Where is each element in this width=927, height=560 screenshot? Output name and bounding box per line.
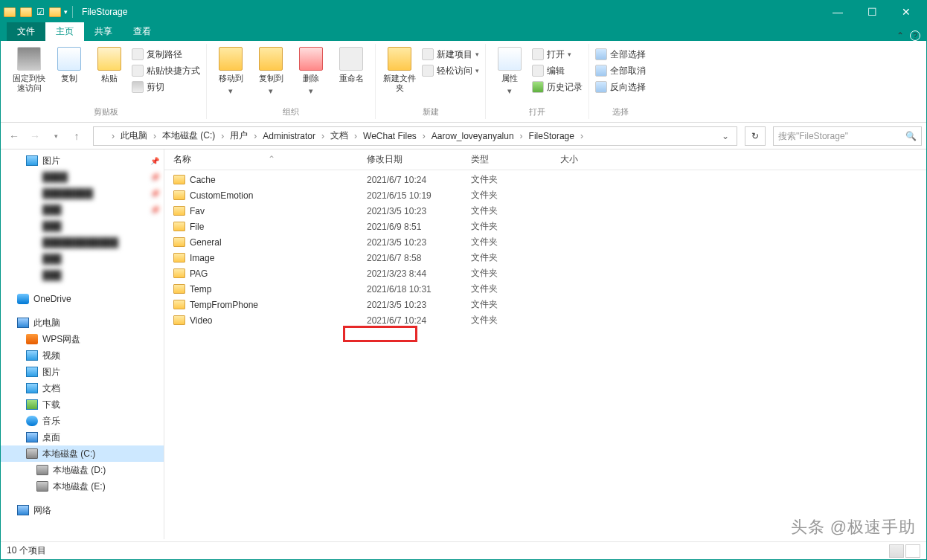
tab-file[interactable]: 文件 <box>7 22 45 41</box>
sidebar-item-hidden[interactable]: ███ <box>1 267 164 283</box>
column-date[interactable]: 修改日期 <box>367 153 471 166</box>
sidebar-item-drive-c[interactable]: 本地磁盘 (C:) <box>1 445 164 462</box>
copy-path-button[interactable]: 复制路径 <box>132 47 200 62</box>
copy-button[interactable]: 复制 <box>51 47 87 83</box>
crumb-wechat[interactable]: WeChat Files <box>360 131 420 141</box>
properties-button[interactable]: 属性▾ <box>492 47 527 96</box>
crumb-drive-c[interactable]: 本地磁盘 (C:) <box>159 129 218 142</box>
history-button[interactable]: 历史记录 <box>532 80 583 94</box>
cut-button[interactable]: 剪切 <box>132 80 200 94</box>
sidebar-item-drive-d[interactable]: 本地磁盘 (D:) <box>1 462 164 478</box>
crumb-docs[interactable]: 文档 <box>327 129 351 142</box>
file-list[interactable]: 名称 ⌃ 修改日期 类型 大小 Cache2021/6/7 10:24文件夹Cu… <box>164 149 926 539</box>
file-row[interactable]: TempFromPhone2021/3/5 10:23文件夹 <box>164 297 926 312</box>
sidebar-item-network[interactable]: 网络 <box>1 502 164 518</box>
recent-dropdown[interactable]: ▾ <box>47 127 65 145</box>
sidebar[interactable]: 图片📌 ████📌 ████████📌 ███📌 ███ ███████████… <box>1 149 164 539</box>
edit-button[interactable]: 编辑 <box>532 63 583 78</box>
drive-icon <box>26 448 38 459</box>
new-item-button[interactable]: 新建项目 ▾ <box>422 47 479 62</box>
navbar: ← → ▾ ↑ › 此电脑› 本地磁盘 (C:)› 用户› Administra… <box>1 123 926 149</box>
sidebar-item-docs[interactable]: 文档 <box>1 380 164 396</box>
ribbon-collapse-icon[interactable]: ⌃ <box>896 30 904 41</box>
search-input[interactable] <box>778 131 905 141</box>
sidebar-item-downloads[interactable]: 下载 <box>1 396 164 413</box>
sidebar-item-desktop[interactable]: 桌面 <box>1 429 164 445</box>
sidebar-item-hidden[interactable]: ███ <box>1 218 164 234</box>
file-row[interactable]: General2021/3/5 10:23文件夹 <box>164 234 926 250</box>
sidebar-item-pictures[interactable]: 图片📌 <box>1 152 164 169</box>
refresh-button[interactable]: ↻ <box>745 126 766 146</box>
column-name[interactable]: 名称 ⌃ <box>173 153 367 166</box>
file-row[interactable]: Image2021/6/7 8:58文件夹 <box>164 250 926 265</box>
column-type[interactable]: 类型 <box>471 153 560 166</box>
window-title: FileStorage <box>82 7 127 17</box>
search-box[interactable]: 🔍 <box>773 126 922 146</box>
qat-check-icon[interactable]: ☑ <box>36 7 45 17</box>
file-row[interactable]: File2021/6/9 8:51文件夹 <box>164 219 926 234</box>
select-none-button[interactable]: 全部取消 <box>595 63 646 78</box>
sidebar-item-wps[interactable]: WPS网盘 <box>1 331 164 347</box>
new-folder-button[interactable]: 新建文件夹 <box>382 47 417 93</box>
view-details-icon[interactable] <box>889 544 904 558</box>
select-all-button[interactable]: 全部选择 <box>595 47 646 62</box>
breadcrumb-dropdown-icon[interactable]: ⌄ <box>717 131 734 141</box>
up-button[interactable]: ↑ <box>68 127 86 145</box>
sidebar-item-hidden[interactable]: ███ <box>1 251 164 267</box>
breadcrumb[interactable]: › 此电脑› 本地磁盘 (C:)› 用户› Administrator› 文档›… <box>93 126 737 146</box>
sidebar-item-onedrive[interactable]: OneDrive <box>1 291 164 307</box>
qat-icon-2[interactable] <box>49 7 61 17</box>
sidebar-item-video[interactable]: 视频 <box>1 347 164 364</box>
search-icon[interactable]: 🔍 <box>905 131 917 141</box>
qat-icon-1[interactable] <box>20 7 32 17</box>
copy-to-button[interactable]: 复制到▾ <box>253 47 289 96</box>
crumb-aarow[interactable]: Aarow_loveyanyalun <box>429 131 517 141</box>
minimize-button[interactable]: — <box>821 1 855 23</box>
sidebar-item-hidden[interactable]: ████████████ <box>1 234 164 251</box>
qat-dropdown-icon[interactable]: ▾ <box>64 8 68 16</box>
crumb-admin[interactable]: Administrator <box>260 131 318 141</box>
file-row[interactable]: CustomEmotion2021/6/15 10:19文件夹 <box>164 187 926 203</box>
onedrive-icon <box>17 294 29 304</box>
forward-button[interactable]: → <box>26 127 44 145</box>
paste-shortcut-button[interactable]: 粘贴快捷方式 <box>132 63 200 78</box>
column-size[interactable]: 大小 <box>560 153 620 166</box>
rename-button[interactable]: 重命名 <box>333 47 369 83</box>
chevron-icon[interactable]: › <box>110 131 116 141</box>
sidebar-item-drive-e[interactable]: 本地磁盘 (E:) <box>1 478 164 495</box>
file-row[interactable]: PAG2021/3/23 8:44文件夹 <box>164 265 926 281</box>
close-button[interactable]: ✕ <box>889 1 923 23</box>
crumb-this-pc[interactable]: 此电脑 <box>118 129 150 142</box>
tab-view[interactable]: 查看 <box>123 22 161 41</box>
file-name: Image <box>190 253 214 263</box>
file-row[interactable]: Video2021/6/7 10:24文件夹 <box>164 312 926 328</box>
pin-button[interactable]: 固定到快速访问 <box>11 47 47 93</box>
file-name: File <box>190 222 204 232</box>
sidebar-item-hidden[interactable]: ████📌 <box>1 169 164 185</box>
back-button[interactable]: ← <box>5 127 23 145</box>
move-to-button[interactable]: 移动到▾ <box>213 47 248 96</box>
sidebar-item-music[interactable]: 音乐 <box>1 413 164 429</box>
delete-button[interactable]: 删除▾ <box>293 47 329 96</box>
easy-access-button[interactable]: 轻松访问 ▾ <box>422 63 479 78</box>
open-button[interactable]: 打开 ▾ <box>532 47 583 62</box>
sidebar-item-pictures2[interactable]: 图片 <box>1 364 164 380</box>
sidebar-item-hidden[interactable]: ███📌 <box>1 202 164 218</box>
file-name: General <box>190 237 222 248</box>
invert-selection-button[interactable]: 反向选择 <box>595 80 646 94</box>
sidebar-item-hidden[interactable]: ████████📌 <box>1 185 164 202</box>
file-row[interactable]: Cache2021/6/7 10:24文件夹 <box>164 172 926 187</box>
maximize-button[interactable]: ☐ <box>855 1 889 23</box>
sidebar-item-this-pc[interactable]: 此电脑 <box>1 315 164 331</box>
file-row[interactable]: Temp2021/6/18 10:31文件夹 <box>164 281 926 297</box>
help-icon[interactable]: ? <box>910 30 920 41</box>
tab-home[interactable]: 主页 <box>45 22 84 41</box>
file-date: 2021/3/5 10:23 <box>367 237 471 248</box>
file-row[interactable]: Fav2021/3/5 10:23文件夹 <box>164 203 926 219</box>
crumb-filestorage[interactable]: FileStorage <box>526 131 577 141</box>
crumb-users[interactable]: 用户 <box>227 129 251 142</box>
view-large-icon[interactable] <box>905 544 920 558</box>
paste-button[interactable]: 粘贴 <box>92 47 127 83</box>
file-type: 文件夹 <box>471 314 560 326</box>
tab-share[interactable]: 共享 <box>84 22 123 41</box>
